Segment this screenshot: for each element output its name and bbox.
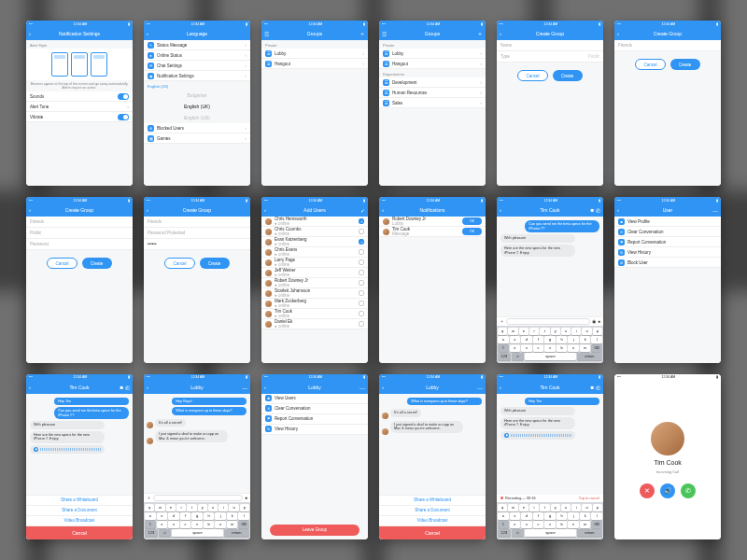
key[interactable]: r bbox=[176, 504, 186, 511]
user-row[interactable]: Chris Hemsworth● online bbox=[261, 217, 368, 227]
key[interactable]: v bbox=[191, 521, 203, 528]
row-notif-settings[interactable]: ◉Notification Settings› bbox=[144, 71, 250, 81]
mic-icon[interactable]: ● bbox=[598, 318, 600, 324]
user-row[interactable]: Scarlett Johansson● online bbox=[261, 288, 368, 299]
create-button[interactable]: Create bbox=[670, 59, 700, 70]
key[interactable]: return bbox=[577, 353, 602, 360]
key[interactable]: return bbox=[577, 529, 602, 537]
back-icon[interactable]: ‹ bbox=[617, 31, 619, 36]
key[interactable]: g bbox=[544, 512, 556, 520]
message-input[interactable] bbox=[153, 495, 243, 501]
key[interactable]: ⇧ bbox=[498, 344, 509, 352]
share-document[interactable]: Share a Document bbox=[379, 506, 486, 516]
key[interactable]: z bbox=[510, 344, 521, 352]
group-item[interactable]: ☰Hangout› bbox=[379, 59, 486, 69]
key[interactable]: k bbox=[580, 512, 591, 520]
keyboard[interactable]: qwertyuiopasdfghjkl⇧zxcvbnm⌫123☺spaceret… bbox=[144, 502, 250, 539]
row-online-status[interactable]: ●Online Status› bbox=[144, 50, 250, 61]
video-broadcast[interactable]: Video Broadcast bbox=[379, 516, 486, 526]
key[interactable]: 123 bbox=[498, 353, 511, 360]
share-whiteboard[interactable]: Share a Whiteboard bbox=[379, 496, 486, 506]
action-report-conversation[interactable]: ⚑Report Conversation bbox=[261, 414, 368, 425]
share-whiteboard[interactable]: Share a Whiteboard bbox=[26, 496, 133, 506]
key[interactable]: l bbox=[591, 512, 602, 520]
row-status-message[interactable]: ✎Status Message› bbox=[144, 40, 250, 50]
name-field[interactable]: Name bbox=[497, 40, 603, 51]
checkbox[interactable] bbox=[359, 321, 364, 327]
back-icon[interactable]: ‹ bbox=[500, 207, 501, 213]
key[interactable]: c bbox=[533, 344, 544, 352]
more-icon[interactable]: ⋯ bbox=[477, 384, 483, 390]
key[interactable]: o bbox=[582, 328, 591, 335]
keyboard[interactable]: qwertyuiopasdfghjkl⇧zxcvbnm⌫123☺spaceret… bbox=[497, 502, 603, 539]
key[interactable]: ⌫ bbox=[591, 344, 602, 352]
action-view-history[interactable]: ↻View History bbox=[261, 425, 368, 435]
share-document[interactable]: Share a Document bbox=[26, 506, 133, 516]
alert-style-picker[interactable] bbox=[26, 49, 133, 80]
action-view-history[interactable]: ↻View History bbox=[614, 247, 721, 258]
checkbox[interactable] bbox=[359, 249, 364, 255]
key[interactable]: h bbox=[557, 512, 568, 520]
cancel-button[interactable]: Cancel bbox=[517, 70, 547, 81]
password-field[interactable]: Password bbox=[26, 239, 133, 250]
back-icon[interactable]: ‹ bbox=[264, 207, 266, 213]
type-field[interactable]: TypePublic bbox=[497, 51, 603, 63]
group-item[interactable]: ☰Human Resources› bbox=[379, 88, 486, 98]
key[interactable]: n bbox=[568, 521, 579, 528]
key[interactable]: n bbox=[568, 344, 579, 352]
key[interactable]: v bbox=[544, 344, 556, 352]
key[interactable]: r bbox=[529, 328, 539, 335]
key[interactable]: c bbox=[533, 521, 544, 528]
key[interactable]: a bbox=[498, 512, 509, 520]
action-view-users[interactable]: ☻View Users bbox=[261, 394, 368, 404]
back-icon[interactable]: ‹ bbox=[29, 385, 31, 390]
back-icon[interactable]: ‹ bbox=[500, 385, 501, 390]
camera-icon[interactable]: ◉ bbox=[592, 318, 596, 324]
checkbox[interactable] bbox=[359, 301, 364, 306]
key[interactable]: w bbox=[155, 504, 164, 511]
ok-button[interactable]: OK bbox=[462, 217, 482, 225]
key[interactable]: e bbox=[519, 328, 529, 335]
key[interactable]: v bbox=[544, 521, 556, 528]
key[interactable]: r bbox=[529, 504, 539, 511]
key[interactable]: p bbox=[593, 328, 602, 335]
key[interactable]: f bbox=[180, 512, 191, 520]
notification-item[interactable]: Robert Downey JrLobbyOK bbox=[379, 217, 486, 227]
key[interactable]: ⇧ bbox=[145, 521, 156, 528]
language-picker[interactable]: Bulgarian English (UK) English (US) bbox=[144, 90, 250, 123]
tap-to-cancel[interactable]: Tap to cancel bbox=[579, 497, 599, 500]
back-icon[interactable]: ‹ bbox=[500, 31, 501, 36]
back-icon[interactable]: ‹ bbox=[264, 385, 266, 390]
menu-icon[interactable]: ☰ bbox=[264, 31, 269, 37]
key[interactable]: j bbox=[568, 512, 579, 520]
recording-bar[interactable]: Recording — 00:16Tap to cancel bbox=[497, 495, 603, 502]
key[interactable]: y bbox=[551, 328, 560, 335]
key[interactable]: 123 bbox=[498, 529, 511, 537]
key[interactable]: q bbox=[498, 328, 507, 335]
back-icon[interactable]: ‹ bbox=[29, 207, 31, 213]
key[interactable]: space bbox=[525, 353, 576, 360]
key[interactable]: z bbox=[157, 521, 168, 528]
key[interactable]: e bbox=[519, 504, 529, 511]
more-icon[interactable]: ⋯ bbox=[242, 384, 247, 390]
audio-message[interactable]: ▶ bbox=[30, 445, 105, 454]
group-item[interactable]: ☰Lobby› bbox=[261, 49, 368, 59]
key[interactable]: p bbox=[240, 504, 249, 511]
row-chat-settings[interactable]: ✉Chat Settings› bbox=[144, 61, 250, 71]
key[interactable]: c bbox=[180, 521, 191, 528]
key[interactable]: ⌫ bbox=[591, 521, 602, 528]
key[interactable]: i bbox=[218, 504, 228, 511]
cancel-button[interactable]: Cancel bbox=[26, 526, 133, 539]
key[interactable]: q bbox=[498, 504, 507, 511]
video-broadcast[interactable]: Video Broadcast bbox=[26, 516, 133, 526]
attach-icon[interactable]: ＋ bbox=[147, 495, 151, 500]
user-row[interactable]: Evan Katzenberg● online bbox=[261, 237, 368, 247]
key[interactable]: f bbox=[533, 336, 544, 343]
name-field[interactable]: Friends bbox=[614, 40, 721, 51]
key[interactable]: b bbox=[204, 521, 215, 528]
accept-button[interactable]: ✆ bbox=[681, 483, 696, 498]
key[interactable]: a bbox=[498, 336, 509, 343]
leave-group-button[interactable]: Leave Group bbox=[270, 525, 360, 536]
name-field[interactable]: Friends bbox=[26, 217, 133, 228]
checkbox[interactable] bbox=[359, 290, 364, 296]
